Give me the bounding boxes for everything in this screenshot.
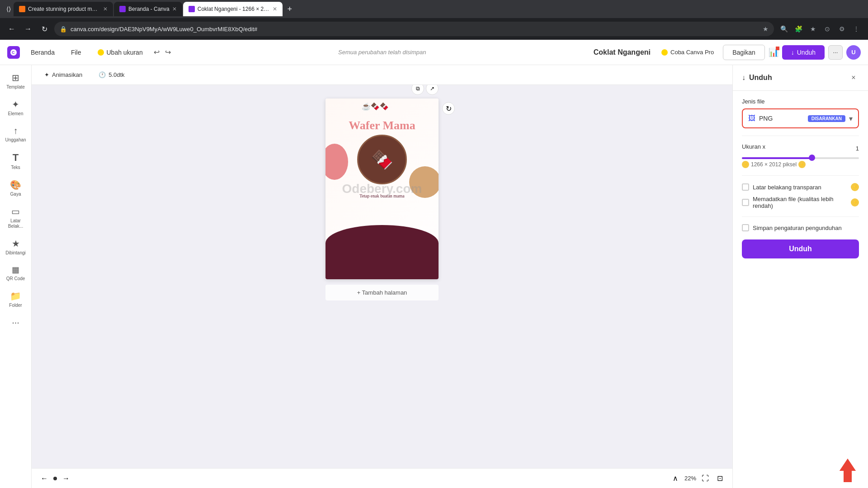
arrow-annotation-area [733,452,868,488]
browser-tab-3[interactable]: Coklat Ngangeni - 1266 × 2012px ✕ [183,2,283,16]
scroll-left-btn[interactable]: ← [39,473,50,484]
canvas-bottom-bar: ← → ∧ 22% ⛶ ⊡ [32,468,732,488]
tab1-favicon [19,6,25,12]
animate-btn[interactable]: ✦ Animasikan [39,70,88,80]
tab2-title: Beranda - Canva [128,6,170,12]
share-btn[interactable]: Bagikan [723,45,765,60]
canva-logo[interactable]: C [7,46,20,59]
canvas-toolbar: ✦ Animasikan 🕐 5.0dtk [32,65,732,85]
size-lock-icon: ⚡ [742,161,749,168]
sidebar-gaya-label: Gaya [10,192,21,197]
sidebar-item-elemen[interactable]: ✦ Elemen [2,95,30,120]
size-slider[interactable] [742,157,859,159]
size-slider-track [742,157,812,159]
download-top-btn[interactable]: ↓ Unduh [782,45,825,60]
redo-btn[interactable]: ↪ [165,48,171,56]
size-pixels: ⚡ 1266 × 2012 piksel ⚡ [742,161,859,168]
sidebar-qrcode-label: QR Code [6,276,25,282]
svg-text:C: C [12,50,15,55]
profile-icon[interactable]: ⊙ [821,23,834,35]
file-type-chevron: ▾ [849,114,853,123]
tab2-close[interactable]: ✕ [172,6,177,12]
compress-row[interactable]: Memadatkan file (kualitas lebih rendah) … [742,196,859,209]
settings-icon[interactable]: ⚙ [835,23,848,35]
undo-btn[interactable]: ↩ [154,48,160,56]
design-card[interactable]: ☕🍫🍫 Wafer Mama 🍫 Tetap enak buatan mama … [326,99,439,279]
animate-label: Animasikan [52,71,82,78]
up-arrow-annotation [836,455,859,485]
sidebar-unggahan-label: Unggahan [5,137,26,143]
animate-icon: ✦ [44,71,49,78]
browser-tab-1[interactable]: Create stunning product mocku... ✕ [14,2,113,16]
wafer-icon: 🍫 [371,149,393,170]
panel-close-btn[interactable]: × [848,72,859,83]
transparent-bg-label: Latar belakang transparan [753,184,847,191]
panel-title: ↓ Unduh [742,74,772,82]
save-settings-row[interactable]: Simpan pengaturan pengunduhan [742,224,859,231]
reload-btn[interactable]: ↻ [38,23,51,35]
url-bar[interactable]: 🔒 canva.com/design/DAE3NpV9MyA/wW9Luwe0_… [54,22,774,36]
file-type-select[interactable]: 🖼 PNG DISARANKAN ▾ [742,108,859,128]
extensions-icon[interactable]: 🧩 [792,23,805,35]
sidebar-item-qrcode[interactable]: ▦ QR Code [2,261,30,285]
add-page-btn[interactable]: + Tambah halaman [326,285,439,300]
size-label: Ukuran x [742,143,765,150]
sidebar-item-template[interactable]: ⊞ Template [2,69,30,94]
resize-btn[interactable]: Ubah ukuran [92,46,148,59]
size-value: 1 [850,145,859,152]
scroll-right-btn[interactable]: → [61,473,71,484]
share-page-btn[interactable]: ↗ [426,85,439,95]
home-btn[interactable]: Beranda [25,46,60,59]
canva-topbar: C Beranda File Ubah ukuran ↩ ↪ Semua per… [0,40,868,65]
bookmark-icon[interactable]: ★ [807,23,819,35]
sidebar-item-latar[interactable]: ▭ Latar Belak... [2,202,30,233]
tab1-close[interactable]: ✕ [103,6,108,12]
tab3-close[interactable]: ✕ [273,6,277,12]
sidebar-template-label: Template [6,84,25,90]
fullscreen-btn[interactable]: ⛶ [700,473,711,484]
sidebar-item-dibintangi[interactable]: ★ Dibintangi [2,235,30,259]
more-options-btn[interactable]: ··· [828,45,843,60]
rotate-page-btn[interactable]: ↻ [442,102,455,115]
fit-screen-btn[interactable]: ⊡ [714,473,725,484]
transparent-bg-checkbox[interactable] [742,183,749,191]
sidebar-item-more[interactable]: ··· [2,314,30,331]
tab2-favicon [119,6,126,12]
duration-label: 5.0dtk [108,71,124,78]
chevron-up-btn[interactable]: ∧ [670,473,681,484]
topbar-right: Coba Canva Pro Bagikan 📊 ↓ Unduh ··· U [656,45,861,60]
svg-marker-2 [839,458,857,483]
design-circle-pink [326,144,348,180]
browser-menu[interactable]: ⋮ [850,23,863,35]
try-pro-btn[interactable]: Coba Canva Pro [656,46,719,58]
sidebar-item-folder[interactable]: 📁 Folder [2,287,30,312]
user-avatar[interactable]: U [846,45,861,60]
save-settings-label: Simpan pengaturan pengunduhan [753,225,859,231]
pro-label: Coba Canva Pro [670,49,714,56]
gold-icon [98,49,104,56]
transparent-bg-row[interactable]: Latar belakang transparan ⚡ [742,183,859,191]
sidebar-item-unggahan[interactable]: ↑ Unggahan [2,122,30,146]
panel-body: Jenis file 🖼 PNG DISARANKAN ▾ Ukuran x 1 [733,91,868,452]
copy-page-btn[interactable]: ⧉ [411,85,424,95]
zoom-value: 22% [684,475,696,482]
forward-btn[interactable]: → [22,23,34,35]
insights-btn[interactable]: 📊 [769,47,778,57]
tab-overflow-btn[interactable]: ⟨⟩ [4,5,14,13]
search-icon[interactable]: 🔍 [778,23,790,35]
save-settings-checkbox[interactable] [742,224,749,231]
new-tab-btn[interactable]: + [283,3,296,15]
latar-icon: ▭ [11,206,20,217]
design-canvas: ☕🍫🍫 Wafer Mama 🍫 Tetap enak buatan mama … [326,99,439,279]
file-btn[interactable]: File [66,46,87,59]
sidebar-item-gaya[interactable]: 🎨 Gaya [2,176,30,201]
sidebar-item-teks[interactable]: T Teks [2,148,30,174]
pro-icon [661,49,668,56]
design-center-circle: 🍫 [357,135,407,184]
back-btn[interactable]: ← [5,23,18,35]
divider-3 [742,216,859,217]
compress-checkbox[interactable] [742,199,749,206]
download-action-btn[interactable]: Unduh [742,239,859,258]
duration-btn[interactable]: 🕐 5.0dtk [93,70,130,80]
browser-tab-2[interactable]: Beranda - Canva ✕ [114,2,182,16]
